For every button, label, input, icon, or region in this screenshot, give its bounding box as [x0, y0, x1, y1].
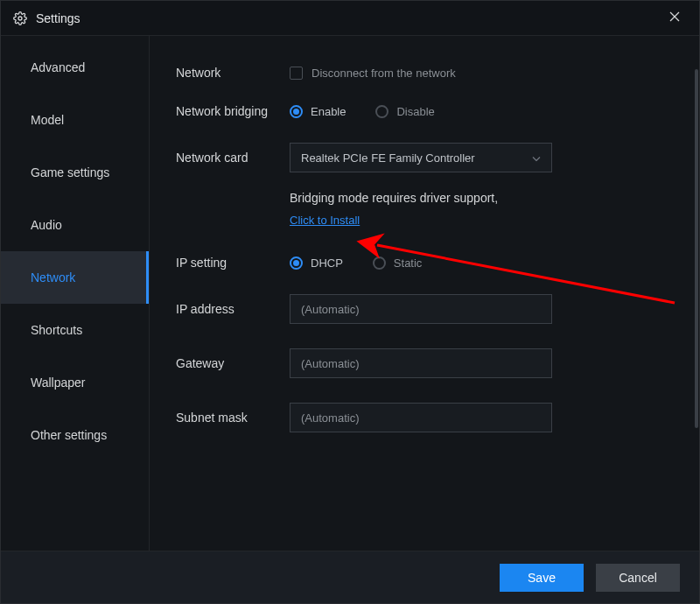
- sidebar-item-game-settings[interactable]: Game settings: [1, 146, 149, 199]
- sidebar-item-model[interactable]: Model: [1, 94, 149, 146]
- input-value: (Automatic): [301, 411, 359, 425]
- radio-icon: [290, 256, 303, 270]
- radio-bridging-enable[interactable]: Enable: [290, 105, 346, 118]
- cancel-button[interactable]: Cancel: [596, 564, 680, 592]
- footer: Save Cancel: [1, 551, 699, 603]
- sidebar-item-wallpaper[interactable]: Wallpaper: [1, 356, 149, 409]
- sidebar-item-label: Audio: [31, 218, 62, 232]
- radio-label: Static: [394, 256, 423, 270]
- sidebar-item-label: Game settings: [31, 165, 109, 179]
- chevron-down-icon: [532, 151, 541, 165]
- radio-bridging-disable[interactable]: Disable: [375, 105, 434, 118]
- radio-ip-dhcp[interactable]: DHCP: [290, 256, 343, 270]
- radio-icon: [375, 105, 388, 118]
- scrollbar[interactable]: [694, 69, 699, 533]
- sidebar-item-label: Network: [31, 270, 75, 284]
- label-gateway: Gateway: [176, 356, 290, 370]
- sidebar-item-label: Wallpaper: [31, 376, 86, 390]
- input-ip-address[interactable]: (Automatic): [290, 294, 552, 324]
- close-button[interactable]: [657, 1, 692, 36]
- radio-label: Enable: [311, 105, 346, 118]
- label-ip-address: IP address: [176, 302, 290, 316]
- save-button[interactable]: Save: [500, 564, 584, 592]
- link-click-to-install[interactable]: Click to Install: [290, 214, 360, 227]
- settings-window: Settings Advanced Model Game settings Au…: [0, 0, 700, 604]
- radio-ip-static[interactable]: Static: [373, 256, 423, 270]
- sidebar-item-label: Shortcuts: [31, 323, 82, 337]
- sidebar-item-shortcuts[interactable]: Shortcuts: [1, 304, 149, 356]
- driver-support-message: Bridging mode requires driver support,: [290, 186, 677, 210]
- sidebar-item-label: Model: [31, 113, 64, 127]
- sidebar-item-audio[interactable]: Audio: [1, 199, 149, 251]
- svg-point-0: [18, 17, 22, 20]
- scrollbar-thumb[interactable]: [695, 69, 698, 428]
- input-subnet-mask[interactable]: (Automatic): [290, 403, 552, 432]
- sidebar-item-label: Advanced: [31, 60, 85, 74]
- label-subnet-mask: Subnet mask: [176, 411, 290, 425]
- sidebar-item-other-settings[interactable]: Other settings: [1, 409, 149, 461]
- label-network: Network: [176, 66, 290, 80]
- sidebar: Advanced Model Game settings Audio Netwo…: [1, 36, 150, 551]
- radio-icon: [373, 256, 386, 270]
- titlebar: Settings: [1, 1, 699, 36]
- radio-label: DHCP: [311, 256, 343, 270]
- radio-icon: [290, 105, 303, 118]
- checkbox-box-icon: [290, 67, 303, 80]
- label-ip-setting: IP setting: [176, 256, 290, 270]
- select-value: Realtek PCIe FE Family Controller: [301, 151, 475, 165]
- checkbox-disconnect-network[interactable]: Disconnect from the network: [290, 67, 456, 80]
- select-network-card[interactable]: Realtek PCIe FE Family Controller: [290, 143, 552, 172]
- sidebar-item-advanced[interactable]: Advanced: [1, 41, 149, 94]
- sidebar-item-label: Other settings: [31, 428, 107, 442]
- window-title: Settings: [36, 11, 80, 25]
- checkbox-label: Disconnect from the network: [312, 67, 456, 80]
- input-gateway[interactable]: (Automatic): [290, 348, 552, 378]
- sidebar-item-network[interactable]: Network: [1, 251, 149, 304]
- main-panel: Network Disconnect from the network Netw…: [150, 36, 699, 551]
- label-network-bridging: Network bridging: [176, 104, 290, 118]
- close-icon: [669, 11, 680, 25]
- radio-label: Disable: [396, 105, 434, 118]
- label-network-card: Network card: [176, 151, 290, 165]
- settings-gear-icon: [13, 11, 27, 25]
- input-value: (Automatic): [301, 303, 359, 316]
- input-value: (Automatic): [301, 357, 359, 370]
